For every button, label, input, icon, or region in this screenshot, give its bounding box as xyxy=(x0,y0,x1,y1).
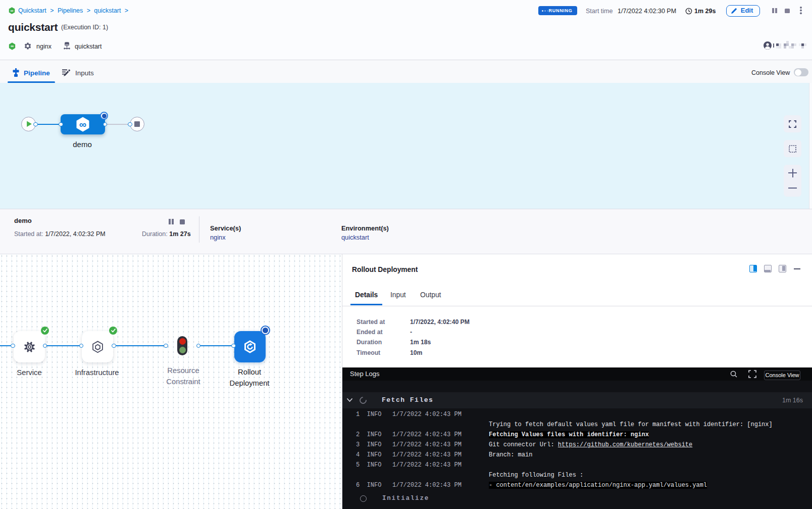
svg-text:∞: ∞ xyxy=(11,43,14,49)
svg-text:∞: ∞ xyxy=(11,9,14,13)
svg-text:∞: ∞ xyxy=(79,119,86,130)
